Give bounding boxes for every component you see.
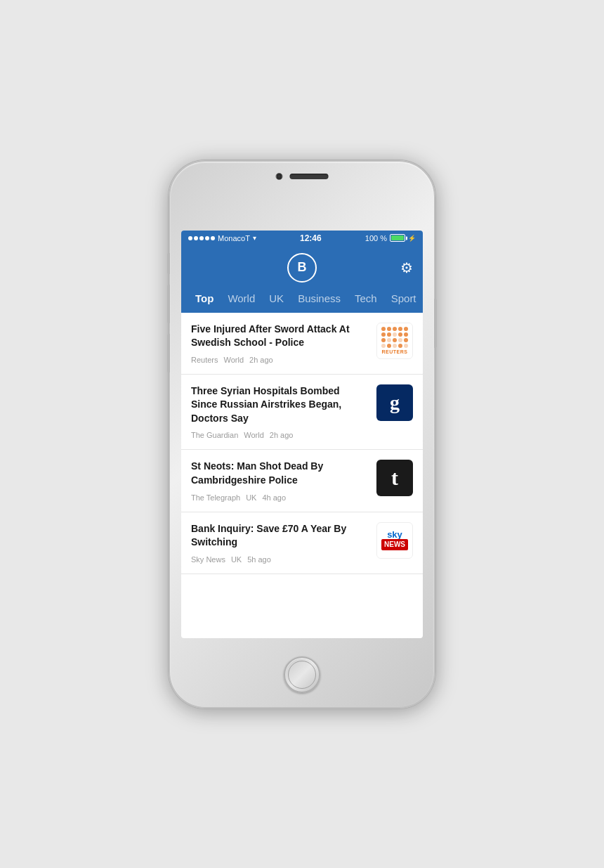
news-content-2: Three Syrian Hospitals Bombed Since Russ… xyxy=(191,384,368,440)
news-title-4: Bank Inquiry: Save £70 A Year By Switchi… xyxy=(191,522,368,550)
news-content-1: Five Injured After Sword Attack At Swedi… xyxy=(191,323,368,364)
camera xyxy=(276,173,283,180)
mute-button xyxy=(167,253,170,274)
volume-down-button xyxy=(167,334,170,373)
news-category-1: World xyxy=(224,356,244,364)
tab-world[interactable]: World xyxy=(221,290,262,307)
news-category-3: UK xyxy=(246,493,256,502)
tab-tech[interactable]: Tech xyxy=(348,290,384,307)
battery-fill xyxy=(391,235,404,240)
telegraph-logo: t xyxy=(376,460,413,496)
news-time-3: 4h ago xyxy=(262,493,286,502)
wifi-icon: ▾ xyxy=(253,234,256,242)
news-item-1[interactable]: Five Injured After Sword Attack At Swedi… xyxy=(181,313,423,375)
news-source-4: Sky News xyxy=(191,555,225,564)
phone-screen: MonacoT ▾ 12:46 100 % ⚡ B ⚙ Top World UK xyxy=(181,231,423,638)
nav-tabs: Top World UK Business Tech Sport xyxy=(181,290,423,313)
news-time-2: 2h ago xyxy=(270,431,294,439)
volume-up-button xyxy=(167,285,170,323)
tab-top[interactable]: Top xyxy=(188,290,221,307)
sky-top-text: sky xyxy=(387,530,402,539)
news-title-2: Three Syrian Hospitals Bombed Since Russ… xyxy=(191,384,368,426)
tab-sport[interactable]: Sport xyxy=(384,290,423,307)
news-source-3: The Telegraph xyxy=(191,493,240,502)
news-source-2: The Guardian xyxy=(191,431,238,439)
reuters-text: REUTERS xyxy=(382,349,408,354)
carrier-name: MonacoT xyxy=(218,234,250,242)
phone-mockup: MonacoT ▾ 12:46 100 % ⚡ B ⚙ Top World UK xyxy=(169,160,435,708)
app-header: B ⚙ xyxy=(181,246,423,290)
status-time: 12:46 xyxy=(300,233,322,243)
news-meta-3: The Telegraph UK 4h ago xyxy=(191,493,368,502)
settings-icon[interactable]: ⚙ xyxy=(400,259,413,276)
news-meta-1: Reuters World 2h ago xyxy=(191,356,368,364)
charging-icon: ⚡ xyxy=(408,235,416,242)
guardian-logo: g xyxy=(376,384,413,421)
news-list: Five Injured After Sword Attack At Swedi… xyxy=(181,313,423,574)
app-logo: B xyxy=(287,253,317,283)
news-item-2[interactable]: Three Syrian Hospitals Bombed Since Russ… xyxy=(181,375,423,451)
news-source-1: Reuters xyxy=(191,356,218,364)
status-bar: MonacoT ▾ 12:46 100 % ⚡ xyxy=(181,231,423,246)
news-meta-4: Sky News UK 5h ago xyxy=(191,555,368,564)
battery-icon xyxy=(390,234,405,242)
logo-letter: B xyxy=(298,260,307,275)
news-item-4[interactable]: Bank Inquiry: Save £70 A Year By Switchi… xyxy=(181,512,423,574)
power-button xyxy=(434,299,437,348)
status-left: MonacoT ▾ xyxy=(188,234,256,242)
news-title-1: Five Injured After Sword Attack At Swedi… xyxy=(191,323,368,350)
guardian-g-icon: g xyxy=(390,391,400,414)
home-button-inner xyxy=(288,661,316,689)
home-button[interactable] xyxy=(284,656,320,693)
skynews-logo: sky NEWS xyxy=(376,522,413,559)
reuters-dots-icon xyxy=(381,327,408,348)
telegraph-t-icon: t xyxy=(391,466,398,490)
news-category-2: World xyxy=(244,431,264,439)
signal-icon xyxy=(188,236,215,240)
news-time-4: 5h ago xyxy=(247,555,271,564)
tab-business[interactable]: Business xyxy=(291,290,348,307)
news-meta-2: The Guardian World 2h ago xyxy=(191,431,368,439)
status-right: 100 % ⚡ xyxy=(365,234,416,242)
top-bezel xyxy=(276,173,329,180)
news-item-3[interactable]: St Neots: Man Shot Dead By Cambridgeshir… xyxy=(181,450,423,512)
news-category-4: UK xyxy=(231,555,242,564)
sky-news-badge: NEWS xyxy=(381,539,408,550)
news-title-3: St Neots: Man Shot Dead By Cambridgeshir… xyxy=(191,460,368,487)
news-content-4: Bank Inquiry: Save £70 A Year By Switchi… xyxy=(191,522,368,564)
battery-percent: 100 % xyxy=(365,234,387,242)
tab-uk[interactable]: UK xyxy=(262,290,291,307)
speaker xyxy=(290,174,329,179)
news-content-3: St Neots: Man Shot Dead By Cambridgeshir… xyxy=(191,460,368,501)
reuters-logo: REUTERS xyxy=(376,323,413,359)
news-time-1: 2h ago xyxy=(249,356,273,364)
